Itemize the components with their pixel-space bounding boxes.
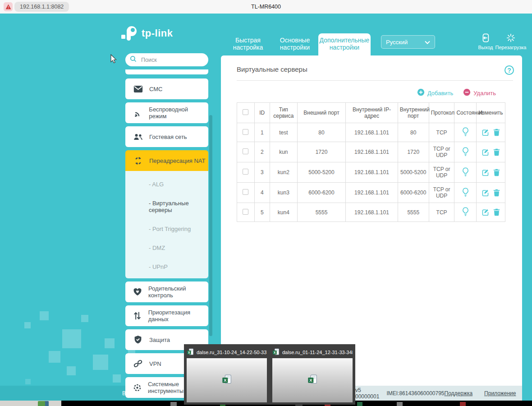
table-cell: 2 (254, 142, 270, 162)
table-cell: 3 (254, 162, 270, 183)
sidebar-item[interactable]: Гостевая сеть (125, 126, 208, 147)
taskbar-preview[interactable]: Xdalse.ru_01-11-24_12-31-33-348...X (272, 346, 353, 402)
modify-cell (477, 142, 505, 162)
row-checkbox[interactable] (243, 148, 248, 154)
reboot-button[interactable]: Перезагрузка (496, 33, 526, 50)
edit-icon[interactable] (482, 208, 489, 216)
row-checkbox[interactable] (243, 169, 248, 175)
search-box[interactable] (125, 53, 208, 66)
trash-icon[interactable] (493, 189, 500, 197)
edit-icon[interactable] (482, 169, 489, 176)
preview-window[interactable]: X (272, 358, 353, 402)
status-bulb-icon[interactable] (461, 207, 470, 217)
sidebar-item-label: СМС (149, 86, 162, 92)
help-icon[interactable]: ? (504, 65, 514, 75)
footer-links: ПоддержкаПриложение (445, 390, 526, 397)
sidebar-subitem[interactable]: - UPnP (149, 263, 208, 270)
table-cell: kun2 (270, 162, 297, 183)
taskbar-icon[interactable] (397, 402, 403, 406)
tp-link-logo: tp-link (121, 25, 173, 42)
taskbar-preview-popup: Xdalse.ru_31-10-24_14-22-50-337...XXdals… (184, 344, 355, 405)
status-cell (454, 142, 477, 162)
column-header: Внутренний IP-адрес (346, 103, 398, 123)
table-cell: TCP or UDP (429, 162, 454, 183)
language-value: Русский (386, 39, 408, 46)
chevron-down-icon (425, 39, 430, 46)
sidebar-item[interactable]: СМС (125, 78, 208, 99)
trash-icon[interactable] (493, 148, 500, 156)
sidebar-item[interactable]: Беспроводной режим (125, 102, 208, 123)
deco-square (62, 329, 81, 348)
select-all-checkbox[interactable] (243, 109, 248, 115)
sidebar-item[interactable]: Родительский контроль (125, 281, 208, 302)
deco-square (49, 351, 60, 363)
table-cell: 5000-5200 (297, 162, 345, 183)
divider (237, 80, 513, 81)
sidebar-subitem[interactable]: - Виртуальные серверы (149, 200, 208, 213)
taskbar-icon[interactable] (357, 402, 362, 406)
table-cell: 80 (398, 123, 429, 142)
edit-icon[interactable] (482, 129, 489, 136)
sidebar-item-partial[interactable] (125, 69, 208, 74)
row-select-cell (237, 123, 255, 142)
taskbar-icon[interactable] (170, 402, 177, 406)
footer-link[interactable]: Приложение (484, 390, 516, 397)
tab-basic[interactable]: Основные настройки (271, 33, 318, 55)
footer-imei: IMEI:861436060000795 (386, 390, 444, 397)
column-header: Тип сервиса (270, 103, 297, 123)
trash-icon[interactable] (493, 169, 500, 176)
taskbar-preview[interactable]: Xdalse.ru_31-10-24_14-22-50-337...X (187, 346, 267, 402)
trash-icon[interactable] (493, 208, 500, 216)
excel-file-icon: X (307, 374, 317, 386)
sidebar-subitem[interactable]: - ALG (149, 181, 208, 188)
sidebar-subitem[interactable]: - DMZ (149, 245, 208, 251)
nat-icon (133, 157, 143, 165)
modify-cell (477, 123, 505, 142)
mouse-cursor (110, 54, 119, 65)
edit-icon[interactable] (482, 148, 489, 156)
address-pill[interactable]: 192.168.1.1:8082 (14, 2, 69, 12)
taskbar-icon[interactable] (460, 402, 466, 406)
sidebar-item-label: Переадресация NAT (149, 157, 205, 164)
sidebar-subitem[interactable]: - Port Triggering (149, 226, 208, 232)
delete-button[interactable]: Удалить (463, 88, 496, 97)
status-bulb-icon[interactable] (461, 167, 470, 177)
sidebar-item-label: Родительский контроль (148, 285, 206, 299)
table-cell: 5 (254, 203, 270, 222)
desktop-fragment (0, 401, 61, 406)
deco-square (25, 379, 31, 384)
deco-square (67, 366, 76, 375)
table-cell: 1 (254, 123, 270, 142)
sidebar-item[interactable]: Приоритезация данных (125, 305, 208, 326)
preview-window[interactable]: X (187, 358, 267, 402)
logout-button[interactable]: Выход (474, 33, 497, 50)
deco-square (113, 374, 121, 383)
sidebar-item-label: Беспроводной режим (149, 106, 206, 120)
sidebar-item-label: Защита (149, 337, 170, 343)
row-checkbox[interactable] (243, 209, 248, 215)
table-cell: 5555 (398, 203, 429, 222)
sidebar-item[interactable]: Переадресация NAT (125, 150, 208, 171)
desktop-icon[interactable] (38, 401, 49, 406)
warning-icon[interactable] (4, 2, 13, 11)
sidebar-scrollbar[interactable] (209, 115, 212, 336)
language-select[interactable]: Русский (381, 35, 435, 49)
trash-icon[interactable] (493, 129, 500, 136)
table-cell: 1720 (398, 142, 429, 162)
footer-link[interactable]: Поддержка (445, 390, 473, 397)
row-checkbox[interactable] (243, 129, 248, 135)
table-cell: 4 (254, 183, 270, 203)
status-bulb-icon[interactable] (461, 147, 470, 157)
status-bulb-icon[interactable] (461, 187, 470, 197)
tab-quick-setup[interactable]: Быстрая настройка (225, 33, 271, 55)
search-input[interactable] (140, 56, 194, 64)
tab-advanced[interactable]: Дополнительные настройки (318, 33, 371, 55)
edit-icon[interactable] (482, 189, 489, 197)
table-row: 3kun25000-5200192.168.1.1015000-5200TCP … (237, 162, 505, 183)
sidebar-item-label: Приоритезация данных (148, 309, 206, 323)
row-checkbox[interactable] (243, 189, 248, 195)
status-bulb-icon[interactable] (461, 127, 470, 137)
column-header: Протокол (429, 103, 454, 123)
table-cell: 192.168.1.101 (346, 183, 398, 203)
add-button[interactable]: Добавить (417, 88, 453, 97)
